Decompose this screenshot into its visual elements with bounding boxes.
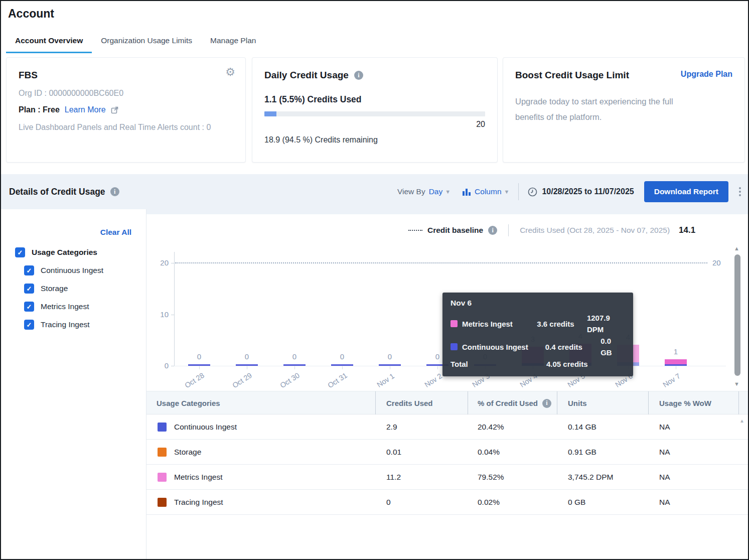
chevron-down-icon: ▼ xyxy=(445,189,451,195)
scroll-up-icon[interactable]: ▲ xyxy=(734,245,739,251)
credit-limit-label: 20 xyxy=(264,120,485,129)
tooltip-series-credits: 3.6 credits xyxy=(537,318,587,330)
chart-legend: Credit baseline i Credits Used (Oct 28, … xyxy=(408,221,695,239)
chart-tooltip: Nov 6 Metrics Ingest3.6 credits1207.9 DP… xyxy=(442,293,633,376)
bar-oct-31[interactable] xyxy=(331,364,353,366)
cell-units: 3,745.2 DPM xyxy=(568,465,613,490)
legend-divider xyxy=(508,224,509,236)
tooltip-series-units: 1207.9 DPM xyxy=(587,312,624,335)
table-row: Tracing Ingest00.02%0 GBNA xyxy=(146,490,749,515)
upgrade-plan-link[interactable]: Upgrade Plan xyxy=(681,70,732,79)
tab-manage-plan[interactable]: Manage Plan xyxy=(201,31,265,53)
chart-type-dropdown[interactable]: Column xyxy=(475,187,501,196)
usage-table-header: Usage CategoriesCredits Used% of Credit … xyxy=(146,391,749,414)
scroll-down-icon[interactable]: ▼ xyxy=(734,381,739,387)
bar-oct-28[interactable] xyxy=(188,364,210,366)
tab-bar: Account OverviewOrganization Usage Limit… xyxy=(6,31,265,53)
x-tick xyxy=(676,366,676,369)
tab-organization-usage-limits[interactable]: Organization Usage Limits xyxy=(92,31,201,53)
bar-nov-7[interactable] xyxy=(665,359,687,366)
tooltip-series-credits: 0.4 credits xyxy=(545,341,601,353)
plan-label: Plan : Free xyxy=(19,105,60,114)
clear-all-link[interactable]: Clear All xyxy=(100,228,131,237)
chevron-down-icon: ▼ xyxy=(504,189,510,195)
tooltip-total-value: 4.05 credits xyxy=(546,358,603,370)
category-name: Metrics Ingest xyxy=(174,465,222,490)
cell-usage-wow: NA xyxy=(659,490,670,515)
tab-account-overview[interactable]: Account Overview xyxy=(6,31,92,53)
page-title: Account xyxy=(8,7,54,21)
details-title: Details of Credit Usage xyxy=(9,187,105,197)
boost-card: Boost Credit Usage Limit Upgrade Plan Up… xyxy=(503,57,745,163)
y-tick xyxy=(171,366,174,366)
tooltip-series-units: 0.0 GB xyxy=(601,335,624,358)
download-report-button[interactable]: Download Report xyxy=(644,181,728,202)
checkbox-checked[interactable]: ✓ xyxy=(24,265,34,275)
checkbox-checked[interactable]: ✓ xyxy=(24,284,34,294)
x-axis-label: Nov 5 xyxy=(580,376,600,385)
cell--of-credit-used: 79.52% xyxy=(478,465,504,490)
scrollbar-thumb[interactable] xyxy=(734,254,740,376)
credit-progress-bar xyxy=(264,111,485,116)
bar-value-label: 0 xyxy=(232,352,262,361)
view-by-label: View By xyxy=(397,187,425,196)
credit-baseline-label: Credit baseline xyxy=(427,226,483,235)
clock-icon xyxy=(528,187,537,197)
filter-group-usage-categories[interactable]: ✓Usage Categories xyxy=(15,247,97,257)
tooltip-row: Continuous Ingest0.4 credits0.0 GB xyxy=(451,335,624,358)
learn-more-link[interactable]: Learn More xyxy=(65,105,106,114)
bar-segment-continuous-ingest xyxy=(188,364,210,366)
x-axis-label: Oct 28 xyxy=(199,376,221,385)
x-tick xyxy=(247,366,247,369)
x-axis-label: Oct 29 xyxy=(247,376,268,385)
filter-label: Tracing Ingest xyxy=(41,320,90,329)
filter-item-storage[interactable]: ✓Storage xyxy=(24,284,68,294)
category-swatch xyxy=(158,448,167,457)
x-tick xyxy=(294,366,295,369)
tooltip-series-name: Continuous Ingest xyxy=(462,341,545,353)
more-options-icon[interactable] xyxy=(737,185,743,198)
y-axis xyxy=(174,252,175,366)
checkbox-checked[interactable]: ✓ xyxy=(15,247,25,257)
x-tick xyxy=(199,366,200,369)
bar-oct-30[interactable] xyxy=(283,364,306,366)
bar-oct-29[interactable] xyxy=(236,364,258,366)
bar-nov-1[interactable] xyxy=(379,364,401,366)
column-header-usage-wow: Usage % WoW xyxy=(659,391,711,415)
x-axis-label: Nov 3 xyxy=(485,376,504,385)
tooltip-date: Nov 6 xyxy=(451,299,624,308)
filter-item-continuous-ingest[interactable]: ✓Continuous Ingest xyxy=(24,265,103,275)
bar-value-label: 0 xyxy=(184,352,214,361)
date-range-picker[interactable]: 10/28/2025 to 11/07/2025 xyxy=(542,187,634,196)
bar-segment-continuous-ingest xyxy=(665,364,687,366)
checkbox-checked[interactable]: ✓ xyxy=(24,320,34,330)
tooltip-series-name: Metrics Ingest xyxy=(462,318,537,330)
info-icon[interactable]: i xyxy=(488,226,497,235)
category-name: Storage xyxy=(174,440,201,465)
category-swatch xyxy=(158,423,167,432)
gear-icon[interactable]: ⚙ xyxy=(225,67,235,78)
cell-units: 0.14 GB xyxy=(568,414,596,440)
cell-usage-wow: NA xyxy=(659,440,670,465)
view-by-dropdown[interactable]: Day xyxy=(429,187,443,196)
filter-label: Metrics Ingest xyxy=(41,302,89,311)
info-icon[interactable]: i xyxy=(110,187,119,196)
table-scroll-up-icon[interactable]: ▲ xyxy=(739,418,744,424)
account-page: Account Account OverviewOrganization Usa… xyxy=(0,0,749,560)
credits-used-total: 14.1 xyxy=(679,225,695,235)
filter-item-metrics-ingest[interactable]: ✓Metrics Ingest xyxy=(24,302,89,312)
filter-item-tracing-ingest[interactable]: ✓Tracing Ingest xyxy=(24,320,90,330)
boost-card-body: Upgrade today to start experiencing the … xyxy=(515,94,682,125)
tooltip-row: Metrics Ingest3.6 credits1207.9 DPM xyxy=(451,312,624,335)
org-card: FBS ⚙ Org ID : 0000000000BC60E0 Plan : F… xyxy=(6,57,246,163)
info-icon[interactable]: i xyxy=(542,399,551,408)
header-divider xyxy=(648,391,649,414)
details-toolbar: View By Day ▼ Column ▼ 10/28/2025 to 11/… xyxy=(397,174,743,209)
credit-baseline-line xyxy=(175,262,707,263)
column-header-units: Units xyxy=(568,391,587,415)
filter-label: Storage xyxy=(41,284,68,293)
info-icon[interactable]: i xyxy=(354,71,363,80)
checkbox-checked[interactable]: ✓ xyxy=(24,302,34,312)
chart-scrollbar[interactable]: ▲ ▼ xyxy=(733,245,741,388)
bar-segment-continuous-ingest xyxy=(283,364,306,366)
